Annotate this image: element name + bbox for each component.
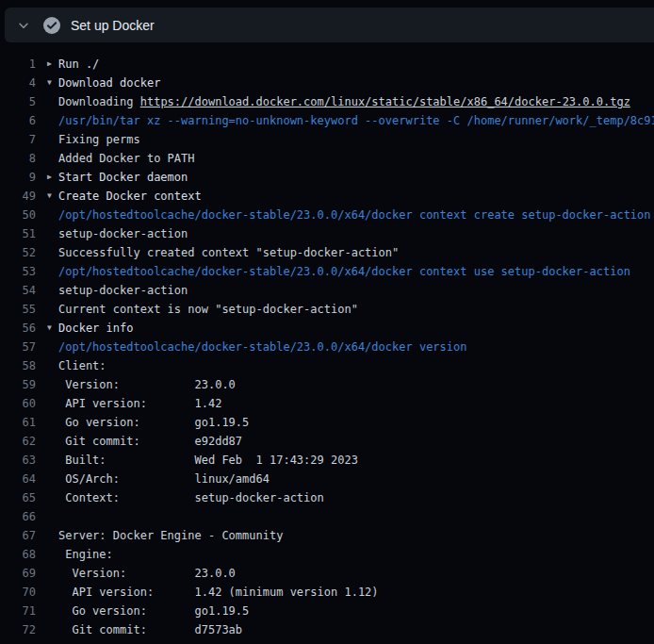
log-line: 5Downloading https://download.docker.com… xyxy=(0,92,654,111)
actions-log-viewer: Set up Docker 1▶Run ./4▼Download docker5… xyxy=(0,0,654,644)
log-line: 52Successfully created context "setup-do… xyxy=(0,243,654,262)
log-line: 72 Git commit: d7573ab xyxy=(0,620,654,639)
caret-right-icon: ▶ xyxy=(47,168,52,187)
log-text: Client: xyxy=(58,356,106,375)
line-number[interactable]: 69 xyxy=(0,564,36,583)
check-circle-icon xyxy=(42,16,61,35)
log-link[interactable]: https://download.docker.com/linux/static… xyxy=(140,95,630,108)
log-line: 55Current context is now "setup-docker-a… xyxy=(0,300,654,319)
line-number[interactable]: 66 xyxy=(0,507,36,526)
log-text: Version: 23.0.0 xyxy=(58,564,236,583)
line-number[interactable]: 8 xyxy=(0,149,36,168)
log-command: /opt/hostedtoolcache/docker-stable/23.0.… xyxy=(58,206,651,224)
log-line: 70 API version: 1.42 (minimum version 1.… xyxy=(0,583,654,602)
log-text: Engine: xyxy=(58,545,113,564)
log-command: /usr/bin/tar xz --warning=no-unknown-key… xyxy=(58,111,654,130)
line-number[interactable]: 50 xyxy=(0,206,36,224)
log-text: Context: setup-docker-action xyxy=(58,488,324,507)
line-number[interactable]: 57 xyxy=(0,338,36,356)
caret-down-icon: ▼ xyxy=(47,187,52,206)
line-number[interactable]: 64 xyxy=(0,470,36,488)
log-text: Version: 23.0.0 xyxy=(58,375,236,394)
line-number[interactable]: 62 xyxy=(0,432,36,451)
log-text: Git commit: e92dd87 xyxy=(58,432,242,451)
line-number[interactable]: 9 xyxy=(0,168,36,187)
log-line: 50/opt/hostedtoolcache/docker-stable/23.… xyxy=(0,206,654,224)
group-toggle[interactable]: ▼Create Docker context xyxy=(58,187,202,206)
log-line: 69 Version: 23.0.0 xyxy=(0,564,654,583)
line-number[interactable]: 54 xyxy=(0,281,36,300)
log-line: 58Client: xyxy=(0,356,654,375)
line-number[interactable]: 72 xyxy=(0,620,36,639)
line-number[interactable]: 61 xyxy=(0,413,36,432)
log-text: Built: Wed Feb 1 17:43:29 2023 xyxy=(58,451,358,470)
line-number[interactable]: 55 xyxy=(0,300,36,319)
log-line: 53/opt/hostedtoolcache/docker-stable/23.… xyxy=(0,262,654,281)
log-command: /opt/hostedtoolcache/docker-stable/23.0.… xyxy=(58,338,466,356)
log-text: Server: Docker Engine - Community xyxy=(58,526,283,545)
log-line: 67Server: Docker Engine - Community xyxy=(0,526,654,545)
line-number[interactable]: 51 xyxy=(0,224,36,243)
group-toggle[interactable]: ▶Run ./ xyxy=(58,55,99,74)
log-text: Go version: go1.19.5 xyxy=(58,413,249,432)
log-line: 8Added Docker to PATH xyxy=(0,149,654,168)
line-number[interactable]: 59 xyxy=(0,375,36,394)
line-number[interactable]: 52 xyxy=(0,243,36,262)
log-text: Successfully created context "setup-dock… xyxy=(58,243,399,262)
line-number[interactable]: 56 xyxy=(0,319,36,338)
log-text: Added Docker to PATH xyxy=(58,149,195,168)
group-toggle[interactable]: ▶Start Docker daemon xyxy=(58,168,188,187)
log-line: 57/opt/hostedtoolcache/docker-stable/23.… xyxy=(0,338,654,356)
line-number[interactable]: 63 xyxy=(0,451,36,470)
line-number[interactable]: 71 xyxy=(0,602,36,620)
line-number[interactable]: 6 xyxy=(0,111,36,130)
line-number[interactable]: 70 xyxy=(0,583,36,602)
caret-down-icon: ▼ xyxy=(47,74,52,92)
log-line: 62 Git commit: e92dd87 xyxy=(0,432,654,451)
log-text: Downloading https://download.docker.com/… xyxy=(58,92,630,111)
log-line: 6/usr/bin/tar xz --warning=no-unknown-ke… xyxy=(0,111,654,130)
log-text: Go version: go1.19.5 xyxy=(58,602,249,620)
log-text: Current context is now "setup-docker-act… xyxy=(58,300,358,319)
log-text: Fixing perms xyxy=(58,130,140,149)
log-text: setup-docker-action xyxy=(58,224,188,243)
log-line: 4▼Download docker xyxy=(0,74,654,92)
log-line: 51setup-docker-action xyxy=(0,224,654,243)
line-number[interactable]: 68 xyxy=(0,545,36,564)
log-text: API version: 1.42 (minimum version 1.12) xyxy=(58,583,379,602)
line-number[interactable]: 49 xyxy=(0,187,36,206)
log-command: /opt/hostedtoolcache/docker-stable/23.0.… xyxy=(58,262,630,281)
log-line: 56▼Docker info xyxy=(0,319,654,338)
group-toggle[interactable]: ▼Download docker xyxy=(58,74,160,92)
group-toggle[interactable]: ▼Docker info xyxy=(58,319,133,338)
log-line: 66 xyxy=(0,507,654,526)
chevron-down-icon[interactable] xyxy=(17,19,30,32)
line-number[interactable]: 4 xyxy=(0,74,36,92)
log-line: 7Fixing perms xyxy=(0,130,654,149)
line-number[interactable]: 5 xyxy=(0,92,36,111)
line-number[interactable]: 1 xyxy=(0,55,36,74)
line-number[interactable]: 67 xyxy=(0,526,36,545)
log-line: 64 OS/Arch: linux/amd64 xyxy=(0,470,654,488)
log-line: 71 Go version: go1.19.5 xyxy=(0,602,654,620)
log-lines: 1▶Run ./4▼Download docker5Downloading ht… xyxy=(0,42,654,644)
log-line: 60 API version: 1.42 xyxy=(0,394,654,413)
line-number[interactable]: 53 xyxy=(0,262,36,281)
log-line: 59 Version: 23.0.0 xyxy=(0,375,654,394)
line-number[interactable]: 65 xyxy=(0,488,36,507)
line-number[interactable]: 58 xyxy=(0,356,36,375)
log-text: Git commit: d7573ab xyxy=(58,620,242,639)
log-text: OS/Arch: linux/amd64 xyxy=(58,470,270,488)
step-header[interactable]: Set up Docker xyxy=(5,8,654,42)
line-number[interactable]: 7 xyxy=(0,130,36,149)
log-line: 65 Context: setup-docker-action xyxy=(0,488,654,507)
line-number[interactable]: 60 xyxy=(0,394,36,413)
log-line: 68 Engine: xyxy=(0,545,654,564)
log-text: API version: 1.42 xyxy=(58,394,221,413)
log-line: 9▶Start Docker daemon xyxy=(0,168,654,187)
step-title: Set up Docker xyxy=(71,18,155,33)
log-line: 1▶Run ./ xyxy=(0,55,654,74)
log-line: 61 Go version: go1.19.5 xyxy=(0,413,654,432)
caret-right-icon: ▶ xyxy=(47,55,52,74)
log-line: 49▼Create Docker context xyxy=(0,187,654,206)
